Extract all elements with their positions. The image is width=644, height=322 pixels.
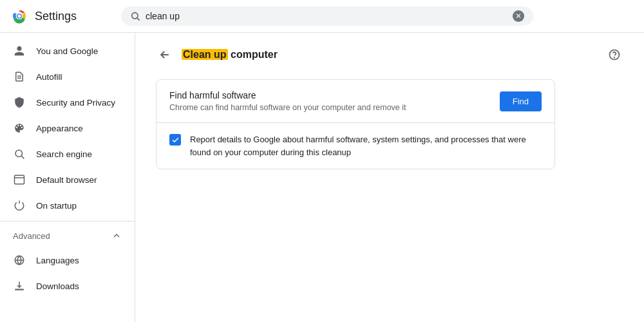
report-checkbox[interactable] <box>169 134 181 146</box>
sidebar-label: Autofill <box>36 72 62 82</box>
content-area: Clean up computer Find harmful software … <box>135 33 644 322</box>
browser-icon <box>13 173 26 186</box>
globe-icon <box>13 254 26 267</box>
search-icon <box>130 11 140 21</box>
checkmark-icon <box>171 136 180 144</box>
sidebar-item-downloads[interactable]: Downloads <box>0 273 129 299</box>
content-header: Clean up computer <box>156 46 623 64</box>
sidebar-item-on-startup[interactable]: On startup <box>0 193 129 218</box>
section-card: Find harmful software Chrome can find ha… <box>156 79 555 169</box>
chevron-up-icon <box>111 231 122 241</box>
advanced-label: Advanced <box>13 231 50 241</box>
sidebar-label: Appearance <box>36 124 83 133</box>
sidebar-item-default-browser[interactable]: Default browser <box>0 167 129 193</box>
app-title: Settings <box>35 10 77 23</box>
sidebar-label: You and Google <box>36 46 98 56</box>
palette-icon <box>13 122 26 135</box>
svg-line-5 <box>137 18 140 21</box>
content-header-left: Clean up computer <box>156 46 278 64</box>
svg-rect-8 <box>15 175 24 184</box>
find-software-row: Find harmful software Chrome can find ha… <box>156 80 554 123</box>
sidebar-label: Downloads <box>36 281 79 291</box>
sidebar-label: On startup <box>36 201 77 211</box>
search-small-icon <box>13 147 26 160</box>
sidebar-item-search-engine[interactable]: Search engine <box>0 141 129 167</box>
sidebar-label: Default browser <box>36 175 97 185</box>
svg-point-6 <box>15 150 23 157</box>
chrome-logo <box>10 7 28 25</box>
help-icon <box>608 48 621 61</box>
section-title: Find harmful software <box>169 90 406 100</box>
sidebar-label: Languages <box>36 256 79 265</box>
sidebar-label: Search engine <box>36 149 92 159</box>
logo-area: Settings <box>10 7 113 25</box>
advanced-section-header[interactable]: Advanced <box>0 224 135 247</box>
top-bar: Settings ✕ <box>0 0 644 33</box>
sidebar-item-autofill[interactable]: Autofill <box>0 64 129 90</box>
page-title: Clean up computer <box>182 49 278 61</box>
sidebar-item-languages[interactable]: Languages <box>0 247 129 273</box>
search-input[interactable] <box>146 11 507 21</box>
svg-line-7 <box>21 156 24 158</box>
back-arrow-icon <box>158 48 171 61</box>
sidebar-divider <box>0 221 135 222</box>
svg-point-14 <box>614 57 615 58</box>
find-button[interactable]: Find <box>500 91 542 111</box>
sidebar: You and Google Autofill Security and Pri… <box>0 33 135 322</box>
main-layout: You and Google Autofill Security and Pri… <box>0 33 644 322</box>
section-desc: Chrome can find harmful software on your… <box>169 103 406 112</box>
person-icon <box>13 44 26 57</box>
title-highlight: Clean up <box>182 49 228 60</box>
back-button[interactable] <box>156 46 174 64</box>
search-bar[interactable]: ✕ <box>121 6 533 26</box>
svg-point-3 <box>18 15 21 18</box>
sidebar-label: Security and Privacy <box>36 98 115 108</box>
sidebar-item-you-and-google[interactable]: You and Google <box>0 38 129 64</box>
download-icon <box>13 279 26 292</box>
checkbox-row: Report details to Google about harmful s… <box>156 123 554 169</box>
power-icon <box>13 199 26 212</box>
shield-icon <box>13 96 26 109</box>
checkbox-label: Report details to Google about harmful s… <box>190 133 542 158</box>
section-info: Find harmful software Chrome can find ha… <box>169 90 406 112</box>
svg-point-4 <box>132 13 138 19</box>
sidebar-item-security-privacy[interactable]: Security and Privacy <box>0 90 129 115</box>
sidebar-item-appearance[interactable]: Appearance <box>0 115 129 141</box>
help-button[interactable] <box>605 46 623 64</box>
title-rest: computer <box>228 49 278 60</box>
document-icon <box>13 70 26 83</box>
clear-search-button[interactable]: ✕ <box>513 10 524 22</box>
